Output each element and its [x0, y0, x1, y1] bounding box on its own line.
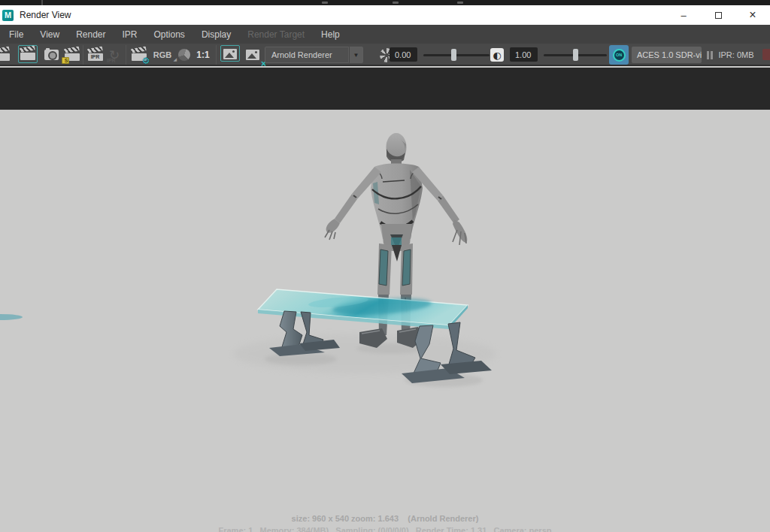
render-image[interactable]: size: 960 x 540 zoom: 1.643 (Arnold Rend… — [0, 110, 770, 532]
close-button[interactable]: × — [735, 5, 770, 25]
toggle-display-modes-button[interactable] — [176, 46, 192, 64]
close-icon: × — [749, 8, 756, 22]
rgb-label: RGB ◢ — [153, 50, 171, 59]
clapperboard-settings-icon: ⚙ — [132, 49, 147, 62]
one-to-one-label: 1:1 — [196, 50, 209, 60]
strip-dot — [322, 2, 328, 4]
maximize-icon — [715, 12, 722, 19]
gamma-slider-thumb[interactable] — [573, 49, 578, 61]
menu-file[interactable]: File — [1, 25, 32, 44]
gamma-icon: ◐ — [490, 48, 504, 62]
color-management-toggle[interactable]: ON — [609, 45, 629, 65]
exposure-slider-thumb[interactable] — [451, 49, 456, 61]
menu-display[interactable]: Display — [193, 25, 239, 44]
render-view-background — [0, 68, 770, 110]
maximize-button[interactable] — [701, 5, 735, 25]
refresh-icon: ↻ IPR — [106, 47, 123, 62]
minimize-icon: – — [681, 10, 686, 21]
gamma-slider[interactable] — [544, 54, 607, 56]
renderer-dropdown-value: Arnold Renderer — [271, 50, 332, 59]
render-settings-button[interactable]: ⚙ — [129, 46, 149, 64]
display-modes-icon — [178, 49, 190, 61]
window-controls: – × — [666, 5, 770, 25]
clapperboard-icon — [20, 48, 35, 61]
clapperboard-ipr-icon: IPR — [88, 49, 104, 62]
remove-image-icon — [246, 50, 259, 60]
strip-divider — [41, 0, 43, 5]
exposure-slider[interactable] — [423, 54, 490, 56]
keep-image-button[interactable] — [220, 45, 240, 62]
toolbar-separator — [83, 45, 83, 65]
menu-help[interactable]: Help — [313, 25, 348, 44]
gear-icon: ⚙ — [142, 56, 150, 65]
ipr-render-button[interactable]: IPR — [86, 46, 105, 64]
render-scene — [0, 110, 770, 532]
gamma-field[interactable]: 1.00 — [510, 47, 538, 62]
view-transform-value: ACES 1.0 SDR-vi — [637, 50, 702, 59]
menu-options[interactable]: Options — [146, 25, 193, 44]
render-region-button[interactable] — [0, 46, 11, 64]
status-line-clipped: Frame: 1, Memory: 384(MB), Sampling: (0/… — [0, 526, 770, 532]
clapperboard-sequence-icon: S — [65, 49, 80, 62]
exposure-field[interactable]: 0.00 — [390, 47, 417, 62]
menu-render-target: Render Target — [239, 25, 313, 44]
toolbar: S IPR ↻ IPR ⚙ RGB ◢ 1:1 × — [0, 44, 770, 66]
redo-previous-render-button[interactable] — [18, 45, 38, 63]
abort-render-indicator[interactable] — [762, 49, 770, 60]
ipr-refresh-button-disabled: ↻ IPR — [105, 46, 123, 64]
menu-ipr[interactable]: IPR — [114, 25, 146, 44]
pause-ipr-button[interactable] — [705, 46, 714, 64]
menubar: File View Render IPR Options Display Ren… — [0, 25, 770, 44]
exposure-value: 0.00 — [395, 50, 411, 59]
renderer-dropdown-arrow[interactable]: ▼ — [349, 47, 363, 63]
menu-render[interactable]: Render — [68, 25, 114, 44]
renderer-dropdown[interactable]: Arnold Renderer — [265, 47, 349, 63]
pause-icon — [707, 51, 709, 59]
chevron-down-icon: ▼ — [353, 52, 359, 59]
color-management-on-icon: ON — [613, 49, 626, 62]
reset-gamma-button[interactable]: ◐ — [489, 46, 505, 64]
pause-icon — [711, 51, 713, 59]
view-transform-dropdown[interactable]: ACES 1.0 SDR-vi — [632, 47, 702, 63]
menu-view[interactable]: View — [32, 25, 68, 44]
clapperboard-icon — [0, 49, 11, 62]
display-channel-button[interactable]: RGB ◢ — [152, 46, 173, 64]
real-size-button[interactable]: 1:1 — [194, 46, 212, 64]
sequence-badge: S — [62, 57, 69, 64]
background-app-strip — [0, 0, 770, 5]
maya-app-icon: M — [2, 10, 14, 21]
toolbar-separator — [216, 45, 217, 65]
strip-dot — [393, 2, 399, 4]
titlebar[interactable]: M Render View – × — [0, 5, 770, 25]
remove-image-button[interactable]: × — [243, 46, 262, 64]
window-title: Render View — [20, 10, 71, 20]
gamma-value: 1.00 — [515, 50, 531, 59]
status-line: size: 960 x 540 zoom: 1.643 (Arnold Rend… — [0, 514, 770, 523]
minimize-button[interactable]: – — [666, 5, 701, 25]
toolbar-separator — [126, 45, 126, 65]
snapshot-button[interactable] — [42, 46, 60, 64]
ipr-memory-label: IPR: 0MB — [716, 46, 756, 64]
camera-icon — [44, 50, 59, 60]
strip-dot — [457, 2, 463, 4]
keep-image-icon — [223, 49, 237, 59]
render-sequence-button[interactable]: S — [63, 46, 81, 64]
glass-table — [0, 289, 492, 383]
